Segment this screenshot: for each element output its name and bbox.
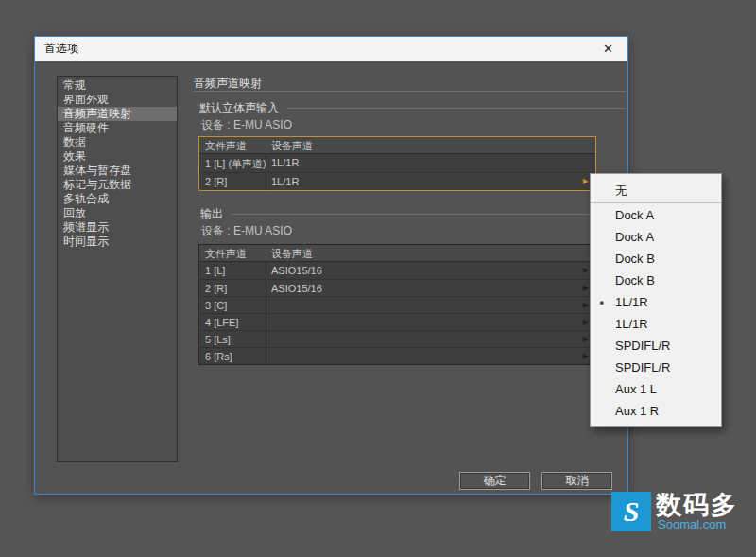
radio-bullet-icon: ●	[599, 291, 604, 313]
output-device-label: 设备 : E-MU ASIO	[201, 223, 292, 239]
device-channel-cell[interactable]: 1L/1R	[271, 176, 299, 187]
dialog-titlebar[interactable]: 首选项 ✕	[35, 37, 627, 61]
close-icon[interactable]: ✕	[598, 42, 618, 56]
output-section-header: 输出	[200, 206, 626, 222]
ok-button[interactable]: 确定	[459, 472, 530, 490]
sidebar-item-effects[interactable]: 效果	[58, 149, 177, 164]
dropdown-arrow-icon[interactable]: ▶	[583, 267, 589, 274]
dropdown-arrow-icon[interactable]: ▶	[583, 285, 589, 292]
file-channel-cell: 2 [R]	[205, 176, 227, 187]
menu-item-none[interactable]: 无	[591, 180, 721, 201]
sidebar-item-media-cache[interactable]: 媒体与暂存盘	[58, 164, 177, 178]
menu-item-label: 1L/1R	[615, 295, 648, 309]
file-channel-cell: 5 [Ls]	[205, 334, 231, 345]
device-channel-dropdown-menu: 无 Dock A Dock A Dock B Dock B ● 1L/1R 1L…	[590, 173, 722, 427]
page-title: 音频声道映射	[194, 76, 262, 92]
dropdown-arrow-icon[interactable]: ▶	[583, 353, 589, 360]
input-section-title: 默认立体声输入	[199, 100, 279, 116]
output-table-row[interactable]: 2 [R] ASIO15/16 ▶	[199, 279, 595, 296]
input-mapping-table: 文件声道 设备声道 1 [L] (单声道) 1L/1R 2 [R] 1L/1R …	[198, 136, 596, 191]
file-channel-header: 文件声道	[205, 247, 247, 261]
output-table-row[interactable]: 1 [L] ASIO15/16 ▶	[199, 262, 595, 279]
menu-item[interactable]: SPDIFL/R	[591, 335, 721, 357]
file-channel-cell: 2 [R]	[205, 283, 227, 294]
cancel-button[interactable]: 取消	[541, 472, 612, 490]
menu-separator	[591, 202, 721, 203]
file-channel-cell: 1 [L] (单声道)	[205, 157, 266, 171]
dropdown-arrow-icon[interactable]: ▶	[583, 319, 589, 326]
category-list: 常规 界面外观 音频声道映射 音频硬件 数据 效果 媒体与暂存盘 标记与元数据 …	[57, 76, 178, 462]
soomal-logo-icon: S	[611, 492, 651, 531]
section-separator	[231, 214, 626, 215]
input-device-label: 设备 : E-MU ASIO	[201, 117, 292, 133]
dropdown-arrow-icon[interactable]: ▶	[583, 336, 589, 343]
file-channel-cell: 4 [LFE]	[205, 317, 238, 328]
output-table-header: 文件声道 设备声道	[199, 245, 595, 262]
watermark-site: Soomal.com	[658, 517, 726, 531]
device-channel-cell[interactable]: ASIO15/16	[271, 283, 322, 294]
sidebar-item-time-display[interactable]: 时间显示	[58, 235, 177, 249]
menu-item[interactable]: Dock B	[591, 248, 721, 270]
menu-item[interactable]: Dock A	[591, 226, 721, 248]
sidebar-item-playback[interactable]: 回放	[58, 206, 177, 220]
desktop-background: 首选项 ✕ 常规 界面外观 音频声道映射 音频硬件 数据 效果 媒体与暂存盘 标…	[0, 0, 756, 557]
sidebar-item-appearance[interactable]: 界面外观	[58, 93, 177, 107]
output-table-row[interactable]: 3 [C] ▶	[199, 296, 595, 313]
output-mapping-table: 文件声道 设备声道 1 [L] ASIO15/16 ▶ 2 [R] ASIO15…	[198, 244, 596, 365]
input-section-header: 默认立体声输入	[199, 100, 626, 116]
sidebar-item-spectral-display[interactable]: 频谱显示	[58, 220, 177, 235]
device-channel-header: 设备声道	[271, 139, 313, 153]
device-channel-header: 设备声道	[271, 247, 313, 261]
preferences-dialog: 首选项 ✕ 常规 界面外观 音频声道映射 音频硬件 数据 效果 媒体与暂存盘 标…	[34, 36, 628, 495]
file-channel-cell: 1 [L]	[205, 265, 225, 276]
file-channel-cell: 6 [Rs]	[205, 351, 232, 362]
section-separator	[286, 108, 626, 109]
file-channel-header: 文件声道	[205, 139, 247, 153]
dropdown-arrow-icon[interactable]: ▶	[583, 302, 589, 309]
menu-item[interactable]: SPDIFL/R	[591, 357, 721, 378]
title-separator	[193, 91, 626, 92]
input-table-header: 文件声道 设备声道	[199, 137, 595, 154]
output-section-title: 输出	[200, 206, 223, 222]
output-table-row[interactable]: 6 [Rs] ▶	[199, 347, 595, 364]
menu-item[interactable]: Dock B	[591, 270, 721, 291]
sidebar-item-multitrack[interactable]: 多轨合成	[58, 192, 177, 206]
sidebar-item-markers-metadata[interactable]: 标记与元数据	[58, 178, 177, 192]
sidebar-item-data[interactable]: 数据	[58, 135, 177, 149]
input-table-row[interactable]: 1 [L] (单声道) 1L/1R	[199, 154, 595, 172]
menu-item-selected[interactable]: ● 1L/1R	[591, 291, 721, 313]
sidebar-item-general[interactable]: 常规	[58, 78, 177, 93]
file-channel-cell: 3 [C]	[205, 300, 227, 311]
menu-item[interactable]: Aux 1 L	[591, 378, 721, 400]
input-table-row[interactable]: 2 [R] 1L/1R ▶	[199, 172, 595, 190]
device-channel-cell[interactable]: 1L/1R	[271, 157, 299, 168]
sidebar-item-audio-hardware[interactable]: 音频硬件	[58, 121, 177, 135]
menu-item[interactable]: Dock A	[591, 204, 721, 226]
sidebar-item-audio-channel-mapping[interactable]: 音频声道映射	[58, 107, 177, 121]
dialog-title: 首选项	[44, 41, 78, 57]
menu-item[interactable]: 1L/1R	[591, 313, 721, 335]
menu-item[interactable]: Aux 1 R	[591, 400, 721, 422]
device-channel-cell[interactable]: ASIO15/16	[271, 265, 322, 276]
dropdown-arrow-icon[interactable]: ▶	[583, 178, 589, 185]
output-table-row[interactable]: 4 [LFE] ▶	[199, 313, 595, 330]
output-table-row[interactable]: 5 [Ls] ▶	[199, 330, 595, 347]
